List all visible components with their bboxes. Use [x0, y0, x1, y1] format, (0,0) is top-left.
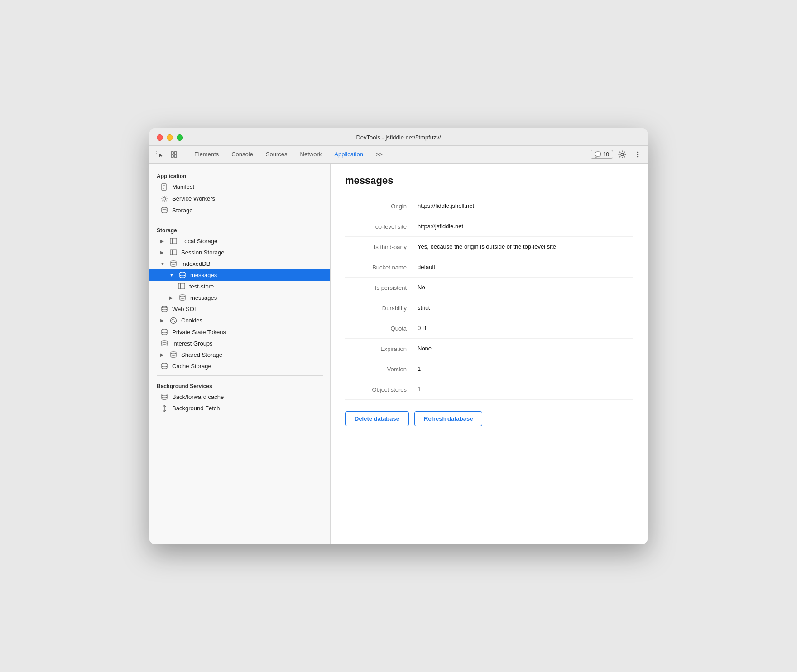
sidebar-item-manifest[interactable]: Manifest	[149, 181, 330, 193]
arrow-indexeddb: ▼	[160, 261, 166, 266]
sidebar-item-background-fetch[interactable]: Background Fetch	[149, 403, 330, 414]
detail-row-origin: Origin https://fiddle.jshell.net	[345, 196, 633, 216]
svg-rect-16	[170, 238, 177, 244]
cookies-label: Cookies	[181, 317, 202, 324]
sidebar-item-indexeddb[interactable]: ▼ IndexedDB	[149, 258, 330, 269]
content-panel: messages Origin https://fiddle.jshell.ne…	[331, 164, 648, 544]
shared-storage-icon	[169, 351, 178, 358]
toolbar-right: 💬 10	[591, 148, 644, 161]
tab-network[interactable]: Network	[294, 146, 328, 163]
sidebar-item-cache-storage[interactable]: Cache Storage	[149, 360, 330, 372]
sidebar-item-messages-active[interactable]: ▼ messages	[149, 269, 330, 281]
detail-value-version: 1	[418, 365, 633, 372]
minimize-button[interactable]	[167, 134, 173, 141]
sidebar-item-cookies[interactable]: ▶ Cookies	[149, 315, 330, 326]
detail-value-quota: 0 B	[418, 325, 633, 331]
background-fetch-icon	[160, 405, 168, 412]
chat-count: 10	[603, 151, 609, 158]
svg-point-37	[162, 363, 167, 365]
svg-rect-1	[158, 151, 158, 152]
cache-storage-icon	[160, 363, 168, 369]
messages-collapsed-label: messages	[190, 294, 217, 301]
svg-point-38	[162, 394, 167, 396]
arrow-messages: ▼	[169, 273, 175, 278]
more-button[interactable]	[631, 148, 644, 161]
tab-application[interactable]: Application	[328, 146, 370, 163]
inspect-icon-button[interactable]	[168, 148, 180, 161]
svg-rect-5	[174, 152, 177, 154]
detail-label-quota: Quota	[345, 325, 418, 332]
messages-collapsed-icon	[178, 294, 187, 301]
svg-rect-4	[171, 152, 173, 154]
maximize-button[interactable]	[177, 134, 183, 141]
toolbar: Elements Console Sources Network Applica…	[149, 146, 648, 164]
arrow-messages-collapsed: ▶	[169, 295, 175, 300]
sidebar-item-session-storage[interactable]: ▶ Session Storage	[149, 247, 330, 258]
arrow-local-storage: ▶	[160, 239, 166, 244]
gear-icon	[160, 195, 168, 202]
cursor-icon-button[interactable]	[153, 148, 166, 161]
svg-point-22	[171, 261, 176, 263]
detail-label-expiration: Expiration	[345, 345, 418, 352]
session-storage-icon	[169, 249, 178, 255]
web-sql-label: Web SQL	[172, 306, 197, 312]
tab-sources[interactable]: Sources	[259, 146, 294, 163]
close-button[interactable]	[157, 134, 163, 141]
detail-label-bucket-name: Bucket name	[345, 264, 418, 271]
test-store-label: test-store	[189, 283, 214, 290]
delete-database-button[interactable]: Delete database	[345, 411, 409, 426]
detail-row-expiration: Expiration None	[345, 339, 633, 359]
sidebar-item-back-forward-cache[interactable]: Back/forward cache	[149, 391, 330, 403]
traffic-lights	[157, 134, 183, 141]
background-fetch-label: Background Fetch	[172, 405, 220, 412]
sidebar-item-interest-groups[interactable]: Interest Groups	[149, 338, 330, 349]
chat-badge[interactable]: 💬 10	[591, 150, 613, 159]
sidebar-section-application: Application	[149, 169, 330, 181]
settings-button[interactable]	[616, 148, 629, 161]
session-storage-label: Session Storage	[181, 249, 224, 256]
detail-label-is-third-party: Is third-party	[345, 243, 418, 250]
sidebar-item-shared-storage[interactable]: ▶ Shared Storage	[149, 349, 330, 360]
detail-value-top-level-site: https://jsfiddle.net	[418, 223, 633, 230]
sidebar-item-messages-collapsed[interactable]: ▶ messages	[149, 292, 330, 303]
sidebar-section-background: Background Services	[149, 379, 330, 391]
sidebar-item-service-workers[interactable]: Service Workers	[149, 193, 330, 205]
svg-point-27	[180, 295, 185, 297]
detail-row-is-persistent: Is persistent No	[345, 278, 633, 298]
sidebar-item-storage-root[interactable]: Storage	[149, 205, 330, 216]
detail-row-is-third-party: Is third-party Yes, because the origin i…	[345, 237, 633, 257]
detail-label-object-stores: Object stores	[345, 386, 418, 393]
sidebar-item-web-sql[interactable]: Web SQL	[149, 303, 330, 315]
tab-console[interactable]: Console	[225, 146, 259, 163]
svg-point-15	[162, 207, 167, 209]
tab-more[interactable]: >>	[370, 146, 389, 163]
svg-point-23	[180, 272, 185, 274]
back-forward-cache-label: Back/forward cache	[172, 394, 224, 400]
svg-point-9	[637, 154, 639, 155]
detail-value-origin: https://fiddle.jshell.net	[418, 202, 633, 209]
shared-storage-label: Shared Storage	[181, 351, 222, 358]
sidebar-item-private-state-tokens[interactable]: Private State Tokens	[149, 326, 330, 338]
storage-root-label: Storage	[172, 207, 193, 214]
svg-rect-19	[170, 250, 177, 255]
arrow-cookies: ▶	[160, 318, 166, 323]
indexeddb-icon	[169, 260, 178, 267]
svg-point-10	[637, 156, 639, 158]
svg-point-31	[173, 319, 174, 320]
manifest-icon	[160, 183, 168, 191]
svg-point-32	[173, 321, 173, 322]
sidebar-item-test-store[interactable]: test-store	[149, 281, 330, 292]
refresh-database-button[interactable]: Refresh database	[414, 411, 482, 426]
back-forward-cache-icon	[160, 394, 168, 400]
tab-elements[interactable]: Elements	[188, 146, 225, 163]
svg-point-36	[171, 352, 176, 354]
svg-point-30	[172, 319, 173, 320]
cookies-icon	[169, 317, 178, 324]
sidebar: Application Manifest	[149, 164, 331, 544]
detail-row-quota: Quota 0 B	[345, 318, 633, 339]
local-storage-label: Local Storage	[181, 238, 217, 245]
detail-value-expiration: None	[418, 345, 633, 352]
svg-rect-3	[158, 153, 158, 154]
sidebar-item-local-storage[interactable]: ▶ Local Storage	[149, 235, 330, 247]
local-storage-icon	[169, 238, 178, 244]
